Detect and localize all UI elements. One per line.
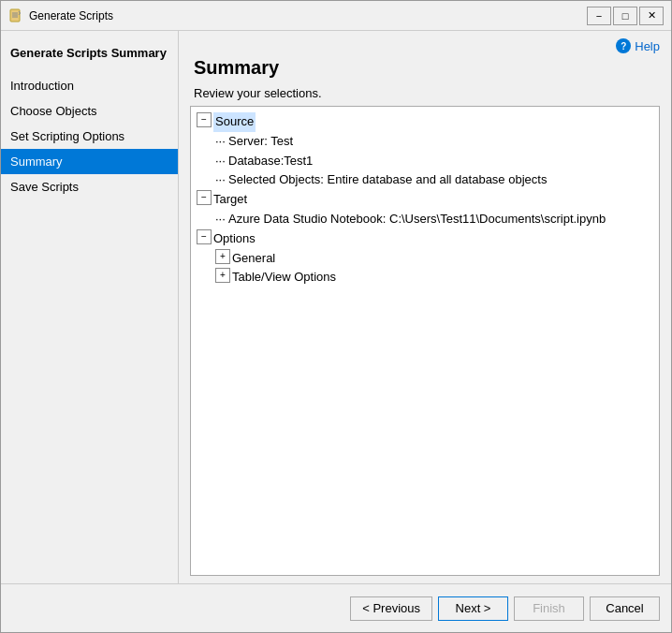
source-label: Source <box>213 112 256 132</box>
options-expander[interactable]: − <box>197 229 212 244</box>
window-icon <box>8 8 23 23</box>
content-area: Generate Scripts Summary Introduction Ch… <box>1 31 671 583</box>
title-bar-controls: − □ ✕ <box>587 7 664 25</box>
target-label: Target <box>213 190 247 210</box>
window-title: Generate Scripts <box>29 9 587 22</box>
notebook-label: Azure Data Studio Notebook: C:\Users\Tes… <box>228 210 606 229</box>
review-label: Review your selections. <box>190 86 660 100</box>
tree-node-general: + General <box>215 249 653 269</box>
tree-node-server: ··· Server: Test <box>215 132 653 152</box>
maximize-button[interactable]: □ <box>613 7 637 25</box>
sidebar: Generate Scripts Summary Introduction Ch… <box>1 31 179 583</box>
general-label: General <box>232 249 275 269</box>
tree-container[interactable]: − Source ··· Server: Test ··· Database:T… <box>190 106 660 576</box>
main-body: Summary Review your selections. − Source… <box>179 57 671 583</box>
previous-button[interactable]: < Previous <box>350 596 432 621</box>
source-expander[interactable]: − <box>197 112 212 127</box>
source-children: ··· Server: Test ··· Database:Test1 ··· … <box>197 132 653 190</box>
tree-node-table-view: + Table/View Options <box>215 268 653 287</box>
general-expander[interactable]: + <box>215 249 230 264</box>
selected-objects-label: Selected Objects: Entire database and al… <box>228 170 547 190</box>
close-button[interactable]: ✕ <box>639 7 664 25</box>
page-title: Summary <box>190 57 660 79</box>
help-link[interactable]: ? Help <box>616 38 660 53</box>
window: Generate Scripts − □ ✕ Generate Scripts … <box>0 0 672 633</box>
help-icon: ? <box>616 38 631 53</box>
main-panel: ? Help Summary Review your selections. −… <box>179 31 671 583</box>
tree-node-notebook: ··· Azure Data Studio Notebook: C:\Users… <box>215 210 653 229</box>
options-label: Options <box>213 229 256 249</box>
minimize-button[interactable]: − <box>587 7 611 25</box>
options-children: + General + Table/View Options <box>197 249 653 288</box>
target-children: ··· Azure Data Studio Notebook: C:\Users… <box>197 210 653 229</box>
sidebar-item-save-scripts[interactable]: Save Scripts <box>1 174 178 199</box>
next-button[interactable]: Next > <box>438 596 508 621</box>
tree-node-target: − Target <box>197 190 653 210</box>
bottom-bar: < Previous Next > Finish Cancel <box>1 583 671 632</box>
database-label: Database:Test1 <box>228 152 313 171</box>
server-label: Server: Test <box>228 132 293 152</box>
tree-node-selected-objects: ··· Selected Objects: Entire database an… <box>215 170 653 190</box>
sidebar-item-introduction[interactable]: Introduction <box>1 73 178 98</box>
finish-button[interactable]: Finish <box>514 596 584 621</box>
sidebar-item-choose-objects[interactable]: Choose Objects <box>1 98 178 124</box>
wizard-title: Generate Scripts Summary <box>1 38 178 73</box>
table-view-label: Table/View Options <box>232 268 336 287</box>
target-expander[interactable]: − <box>197 190 212 205</box>
sidebar-item-set-scripting-options[interactable]: Set Scripting Options <box>1 124 178 149</box>
main-header: ? Help <box>179 31 671 57</box>
tree-node-source: − Source <box>197 112 653 132</box>
sidebar-item-summary[interactable]: Summary <box>1 149 178 174</box>
table-view-expander[interactable]: + <box>215 268 230 283</box>
cancel-button[interactable]: Cancel <box>590 596 660 621</box>
title-bar: Generate Scripts − □ ✕ <box>1 1 671 31</box>
tree-node-options: − Options <box>197 229 653 249</box>
tree-node-database: ··· Database:Test1 <box>215 152 653 171</box>
